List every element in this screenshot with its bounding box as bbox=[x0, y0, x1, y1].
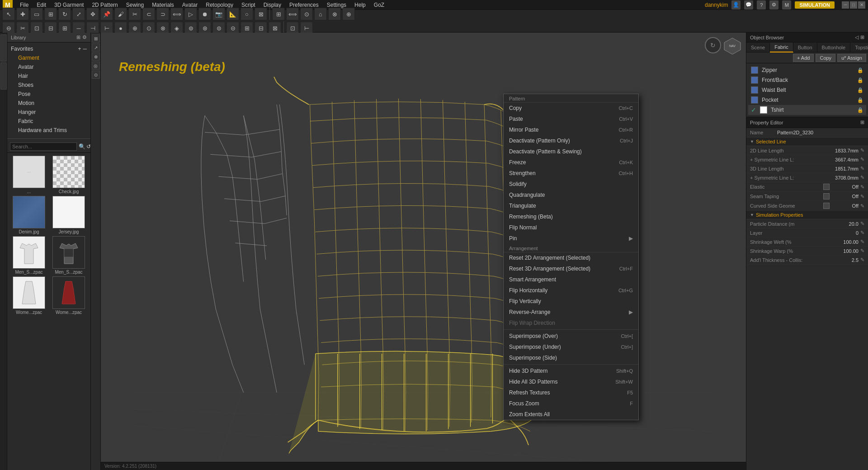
flatten-tool[interactable]: ⟺ bbox=[170, 8, 183, 20]
refresh-icon[interactable]: ↺ bbox=[86, 143, 91, 150]
prop-thickness-edit-icon[interactable]: ✎ bbox=[860, 257, 864, 263]
library-expand-icon[interactable]: ⊞ bbox=[76, 34, 80, 40]
thumb-blank[interactable]: ··· ... bbox=[10, 156, 48, 194]
minimize-button[interactable]: ─ bbox=[842, 1, 849, 9]
obj-lock-waistbelt[interactable]: 🔒 bbox=[857, 87, 863, 93]
nav-shoes[interactable]: Shoes bbox=[7, 81, 90, 90]
prop-elastic-toggle[interactable]: Off bbox=[823, 184, 859, 190]
nav-hardware[interactable]: Hardware and Trims bbox=[7, 126, 90, 135]
rect-select[interactable]: ▭ bbox=[30, 8, 43, 20]
ctx-zoom-extents[interactable]: Zoom Extents All bbox=[504, 409, 638, 420]
weld-tool[interactable]: ⊂ bbox=[142, 8, 155, 20]
obj-tab-button[interactable]: Button bbox=[793, 43, 817, 52]
tool-col-1[interactable]: ⊞ bbox=[92, 34, 100, 43]
obj-lock-pocket[interactable]: 🔒 bbox=[857, 97, 863, 103]
ctx-hide-3d[interactable]: Hide 3D Pattern Shift+Q bbox=[504, 366, 638, 376]
obj-lock-tshirt[interactable]: 🔒 bbox=[857, 107, 863, 113]
ctx-superimpose-side[interactable]: Superimpose (Side) bbox=[504, 352, 638, 363]
ctx-flip-normal[interactable]: Flip Normal bbox=[504, 222, 638, 233]
thumb-denim[interactable]: Denim.jpg bbox=[10, 196, 48, 234]
unfold-tool[interactable]: ⊃ bbox=[156, 8, 169, 20]
favorites-collapse-icon[interactable]: ─ bbox=[83, 46, 87, 52]
measure-tool[interactable]: 📐 bbox=[226, 8, 239, 20]
snap-tool[interactable]: ⊙ bbox=[300, 8, 313, 20]
move-tool[interactable]: ✥ bbox=[86, 8, 99, 20]
nav-garment[interactable]: Garment bbox=[7, 53, 90, 62]
obj-add-btn[interactable]: + Add bbox=[793, 54, 814, 62]
cut-tool[interactable]: ✂ bbox=[128, 8, 141, 20]
close-button[interactable]: ✕ bbox=[858, 1, 865, 9]
ctx-reset-2d[interactable]: Reset 2D Arrangement (Selected) bbox=[504, 252, 638, 263]
obj-row-frontback[interactable]: Front/Back 🔒 bbox=[748, 75, 866, 85]
obj-tab-fabric[interactable]: Fabric bbox=[770, 43, 793, 52]
pan-tool[interactable]: ⊠ bbox=[255, 8, 267, 20]
thumb-womens-white[interactable]: Wome...zpac bbox=[10, 276, 48, 315]
obj-assign-btn[interactable]: u* Assign bbox=[837, 54, 866, 62]
ctx-strengthen[interactable]: Strengthen Ctrl+H bbox=[504, 168, 638, 179]
search-input[interactable] bbox=[10, 142, 77, 151]
ctx-copy[interactable]: Copy Ctrl+C bbox=[504, 103, 638, 114]
orbit-tool[interactable]: ○ bbox=[241, 8, 253, 20]
simulation-badge[interactable]: SIMULATION bbox=[795, 1, 835, 9]
obj-lock-frontback[interactable]: 🔒 bbox=[857, 77, 863, 83]
ctx-refresh-textures[interactable]: Refresh Textures F5 bbox=[504, 387, 638, 398]
ctx-smart-arrangement[interactable]: Smart Arrangement bbox=[504, 274, 638, 285]
prop-selected-line-section[interactable]: Selected Line bbox=[746, 138, 868, 146]
fold-tool[interactable]: ⌂ bbox=[314, 8, 327, 20]
menu-goz[interactable]: GoZ bbox=[370, 1, 388, 9]
pin-tool[interactable]: 📌 bbox=[100, 8, 113, 20]
ctx-paste[interactable]: Paste Ctrl+V bbox=[504, 114, 638, 124]
prop-layer-edit-icon[interactable]: ✎ bbox=[860, 230, 864, 236]
ctx-pin[interactable]: Pin ▶ bbox=[504, 233, 638, 244]
obj-browser-collapse-icon[interactable]: ◁ bbox=[855, 34, 859, 40]
ctx-mirror-paste[interactable]: Mirror Paste Ctrl+R bbox=[504, 124, 638, 135]
obj-row-waistbelt[interactable]: Waist Belt 🔒 bbox=[748, 85, 866, 95]
prop-sim-section[interactable]: Simulation Properties bbox=[746, 211, 868, 219]
ctx-focus-zoom[interactable]: Focus Zoom F bbox=[504, 398, 638, 409]
prop-sym-2d-edit-icon[interactable]: ✎ bbox=[860, 157, 864, 162]
prop-editor-expand-icon[interactable]: ⊞ bbox=[860, 119, 864, 125]
ctx-superimpose-over[interactable]: Superimpose (Over) Ctrl+[ bbox=[504, 331, 638, 342]
nav-motion[interactable]: Motion bbox=[7, 99, 90, 108]
scale-tool[interactable]: ⤢ bbox=[72, 8, 85, 20]
rotate-indicator[interactable]: ↻ bbox=[705, 37, 721, 53]
ctx-solidify[interactable]: Solidify bbox=[504, 179, 638, 190]
obj-tab-buttonhole[interactable]: Buttonhole bbox=[817, 43, 851, 52]
prop-particle-edit-icon[interactable]: ✎ bbox=[860, 221, 864, 227]
mirror-tool[interactable]: ⟺ bbox=[286, 8, 299, 20]
add-tool[interactable]: ✚ bbox=[16, 8, 29, 20]
select-tool[interactable]: ↖ bbox=[2, 8, 15, 20]
nav-cube[interactable]: NAV bbox=[723, 37, 741, 55]
prop-2d-line-edit-icon[interactable]: ✎ bbox=[860, 147, 864, 153]
strip-tab-2[interactable] bbox=[0, 62, 7, 90]
obj-lock-zipper[interactable]: 🔒 bbox=[857, 67, 863, 73]
ctx-triangulate[interactable]: Triangulate bbox=[504, 200, 638, 211]
question-icon[interactable]: ? bbox=[757, 0, 766, 9]
strip-tab-1[interactable] bbox=[0, 34, 7, 62]
tool-col-4[interactable]: ◎ bbox=[92, 62, 100, 70]
sew-tool[interactable]: ⊗ bbox=[328, 8, 341, 20]
ctx-flip-horizontally[interactable]: Flip Horizontally Ctrl+G bbox=[504, 285, 638, 296]
ctx-reset-3d[interactable]: Reset 3D Arrangement (Selected) Ctrl+F bbox=[504, 263, 638, 274]
settings-icon[interactable]: ⚙ bbox=[769, 0, 778, 9]
obj-row-tshirt[interactable]: ✓ Tshirt 🔒 bbox=[748, 105, 866, 115]
prop-seam-toggle[interactable]: Off bbox=[823, 193, 859, 199]
thumb-mens-white[interactable]: Men_S...zpac bbox=[10, 236, 48, 275]
thumb-check[interactable]: Check.jpg bbox=[50, 156, 88, 194]
tool-col-3[interactable]: ⊕ bbox=[92, 52, 100, 61]
marvelous-icon[interactable]: M bbox=[782, 0, 791, 9]
ctx-quadrangulate[interactable]: Quadrangulate bbox=[504, 190, 638, 200]
tool-col-5[interactable]: ⊙ bbox=[92, 71, 100, 79]
prop-elastic-edit-icon[interactable]: ✎ bbox=[860, 184, 864, 190]
simulate-tool[interactable]: ▷ bbox=[184, 8, 197, 20]
camera-tool[interactable]: 📷 bbox=[212, 8, 225, 20]
message-icon[interactable]: 💬 bbox=[744, 0, 753, 9]
favorites-add-icon[interactable]: + bbox=[78, 46, 81, 52]
obj-row-zipper[interactable]: Zipper 🔒 bbox=[748, 65, 866, 75]
ctx-remeshing[interactable]: Remeshing (Beta) bbox=[504, 211, 638, 222]
seam-toggle-box[interactable] bbox=[823, 193, 830, 199]
record-tool[interactable]: ⏺ bbox=[198, 8, 211, 20]
thumb-mens-dark[interactable]: Men_S...zpac bbox=[50, 236, 88, 275]
ctx-deactivate-pattern[interactable]: Deactivate (Pattern Only) Ctrl+J bbox=[504, 135, 638, 146]
prop-3d-line-edit-icon[interactable]: ✎ bbox=[860, 166, 864, 171]
